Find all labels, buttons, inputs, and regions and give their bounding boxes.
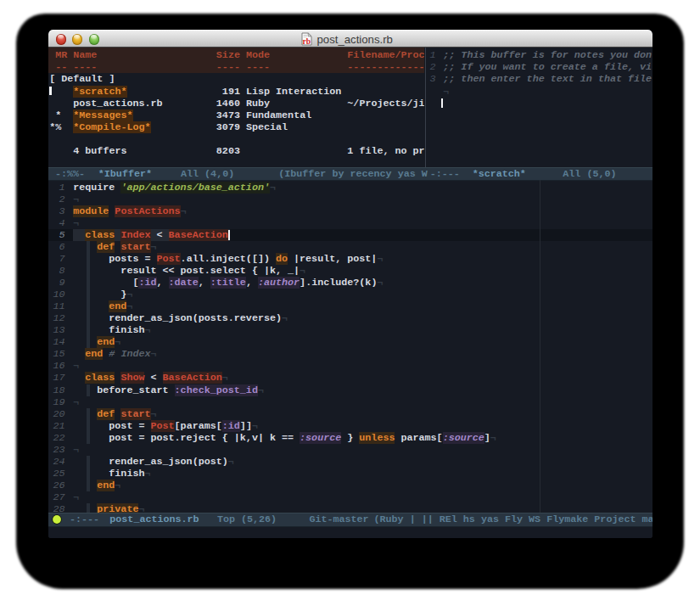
svg-text:rb: rb — [302, 37, 311, 46]
